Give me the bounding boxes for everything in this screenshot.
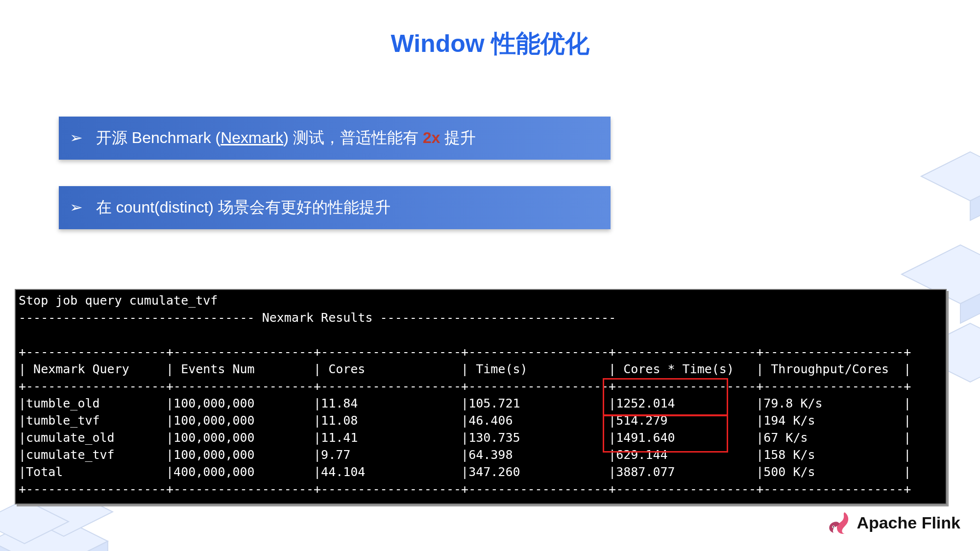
terminal-banner: -------------------------------- Nexmark… (19, 311, 616, 325)
svg-marker-4 (0, 541, 49, 551)
svg-point-11 (833, 527, 834, 527)
bullet-text-mid: ) 测试，普适性能有 (283, 129, 422, 146)
svg-marker-8 (970, 176, 980, 220)
bullet-text-post: 提升 (440, 129, 476, 146)
terminal-job-line: Stop job query cumulate_tvf (19, 293, 218, 308)
svg-marker-9 (960, 274, 980, 323)
emphasis-2x: 2x (423, 129, 441, 146)
table-row: |cumulate_old |100,000,000 |11.41 |130.7… (19, 431, 911, 445)
link-nexmark[interactable]: Nexmark (220, 129, 283, 146)
bullet-text: 在 count(distinct) 场景会有更好的性能提升 (96, 198, 391, 216)
terminal-rule: +-------------------+-------------------… (19, 379, 911, 393)
brand-apache-flink: Apache Flink (823, 509, 960, 536)
bullet-benchmark: ➢ 开源 Benchmark (Nexmark) 测试，普适性能有 2x 提升 (59, 117, 611, 160)
table-row: |Total |400,000,000 |44.104 |347.260 |38… (19, 465, 911, 479)
svg-marker-5 (921, 152, 980, 201)
table-row: |tumble_tvf |100,000,000 |11.08 |46.406 … (19, 413, 911, 428)
terminal-output: Stop job query cumulate_tvf ------------… (15, 289, 947, 504)
chevron-right-icon: ➢ (70, 199, 83, 216)
table-row: |tumble_old |100,000,000 |11.84 |105.721… (19, 396, 911, 410)
terminal-rule: +-------------------+-------------------… (19, 345, 911, 359)
brand-label: Apache Flink (857, 513, 960, 532)
table-row: |cumulate_tvf |100,000,000 |9.77 |64.398… (19, 448, 911, 462)
slide-title: Window 性能优化 (0, 27, 980, 60)
svg-marker-0 (0, 512, 108, 551)
svg-marker-3 (49, 541, 108, 551)
terminal-rule: +-------------------+-------------------… (19, 482, 911, 496)
flink-squirrel-icon (823, 509, 851, 536)
svg-marker-2 (0, 500, 69, 544)
chevron-right-icon: ➢ (70, 129, 83, 146)
terminal-header: | Nexmark Query | Events Num | Cores | T… (19, 362, 911, 376)
bullet-count-distinct: ➢ 在 count(distinct) 场景会有更好的性能提升 (59, 186, 611, 229)
bullet-text-pre: 开源 Benchmark ( (96, 129, 220, 146)
